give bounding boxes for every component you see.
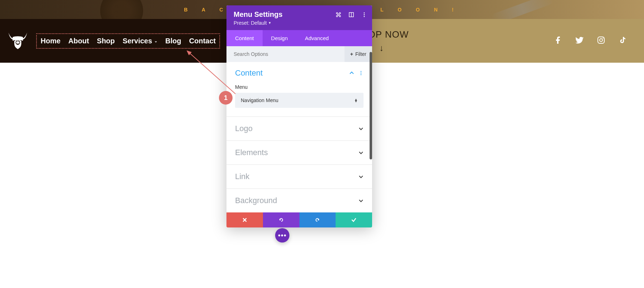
nav-item-services[interactable]: Services⌄: [123, 37, 157, 45]
select-arrows-icon: ▲▼: [354, 99, 358, 102]
header-left: Home About Shop Services⌄ Blog Contact: [0, 19, 226, 63]
save-button[interactable]: [336, 212, 372, 227]
svg-point-3: [602, 38, 603, 38]
section-background[interactable]: Background: [226, 188, 372, 212]
chevron-down-icon: ⌄: [154, 39, 157, 43]
svg-point-9: [364, 16, 365, 17]
nav-menu-highlight: Home About Shop Services⌄ Blog Contact: [36, 33, 220, 49]
preset-label: Preset: Default: [234, 20, 267, 26]
panel-body: Content Menu Navigation Menu ▲▼ Logo Ele…: [226, 62, 372, 212]
nav-item-blog[interactable]: Blog: [165, 37, 181, 45]
nav-label: Blog: [165, 37, 181, 45]
section-logo[interactable]: Logo: [226, 116, 372, 140]
section-title: Content: [235, 68, 263, 78]
nav-item-about[interactable]: About: [68, 37, 89, 45]
chevron-down-icon: [358, 198, 364, 203]
tab-content[interactable]: Content: [226, 30, 263, 46]
svg-point-8: [364, 14, 365, 15]
field-label-menu: Menu: [235, 84, 364, 90]
menu-select[interactable]: Navigation Menu ▲▼: [235, 93, 364, 108]
facebook-icon[interactable]: [554, 36, 562, 46]
kebab-icon[interactable]: [361, 12, 367, 18]
expand-icon[interactable]: [336, 12, 341, 18]
section-title: Background: [235, 196, 277, 205]
section-header-icons: [349, 71, 364, 76]
nav-item-contact[interactable]: Contact: [189, 37, 216, 45]
filter-button[interactable]: + Filter: [345, 46, 372, 62]
more-fab[interactable]: •••: [275, 228, 289, 243]
nav-label: About: [68, 37, 89, 45]
preset-selector[interactable]: Preset: Default ▼: [234, 20, 365, 26]
chevron-up-icon[interactable]: [349, 71, 354, 76]
redo-button[interactable]: [299, 212, 336, 227]
nav-label: Services: [123, 37, 152, 45]
search-input[interactable]: [234, 46, 345, 62]
twitter-icon[interactable]: [575, 36, 584, 46]
section-content: Content Menu Navigation Menu ▲▼: [226, 62, 372, 116]
svg-point-12: [361, 74, 362, 75]
scrollbar-thumb[interactable]: [370, 52, 372, 159]
section-title: Link: [235, 172, 249, 181]
settings-panel: Menu Settings Preset: Default ▼ Content …: [226, 5, 372, 227]
undo-button[interactable]: [263, 212, 299, 227]
panel-header-actions: [336, 12, 367, 18]
nav-item-home[interactable]: Home: [40, 37, 60, 45]
banner-decoration-cup: [100, 0, 143, 19]
nav-label: Contact: [189, 37, 216, 45]
section-title: Logo: [235, 124, 253, 133]
banner-decoration-spoon: [490, 0, 554, 19]
arrow-down-icon: ↓: [380, 43, 384, 53]
svg-point-7: [364, 13, 365, 14]
site-logo[interactable]: [6, 24, 29, 58]
nav-item-shop[interactable]: Shop: [97, 37, 115, 45]
nav-label: Home: [40, 37, 60, 45]
chevron-down-icon: [358, 174, 364, 179]
nav-label: Shop: [97, 37, 115, 45]
header-social: [537, 19, 644, 63]
tab-advanced[interactable]: Advanced: [296, 30, 337, 46]
caret-down-icon: ▼: [268, 21, 272, 25]
cancel-button[interactable]: [226, 212, 263, 227]
columns-icon[interactable]: [348, 12, 354, 18]
section-header[interactable]: Content: [235, 68, 364, 78]
panel-actions: [226, 212, 372, 227]
chevron-down-icon: [358, 126, 364, 131]
panel-header: Menu Settings Preset: Default ▼: [226, 5, 372, 30]
plus-icon: +: [350, 51, 353, 57]
svg-point-11: [361, 73, 362, 74]
bull-logo-icon: [6, 24, 29, 58]
filter-label: Filter: [355, 51, 366, 57]
tab-design[interactable]: Design: [263, 30, 297, 46]
panel-tabs: Content Design Advanced: [226, 30, 372, 46]
svg-point-2: [600, 39, 602, 42]
section-title: Elements: [235, 148, 268, 157]
select-value: Navigation Menu: [241, 97, 278, 103]
kebab-icon[interactable]: [358, 71, 364, 76]
chevron-down-icon: [358, 150, 364, 155]
svg-point-10: [361, 71, 362, 72]
section-link[interactable]: Link: [226, 164, 372, 188]
tiktok-icon[interactable]: [618, 36, 627, 46]
panel-search-bar: + Filter: [226, 46, 372, 62]
section-elements[interactable]: Elements: [226, 140, 372, 164]
instagram-icon[interactable]: [597, 36, 605, 46]
